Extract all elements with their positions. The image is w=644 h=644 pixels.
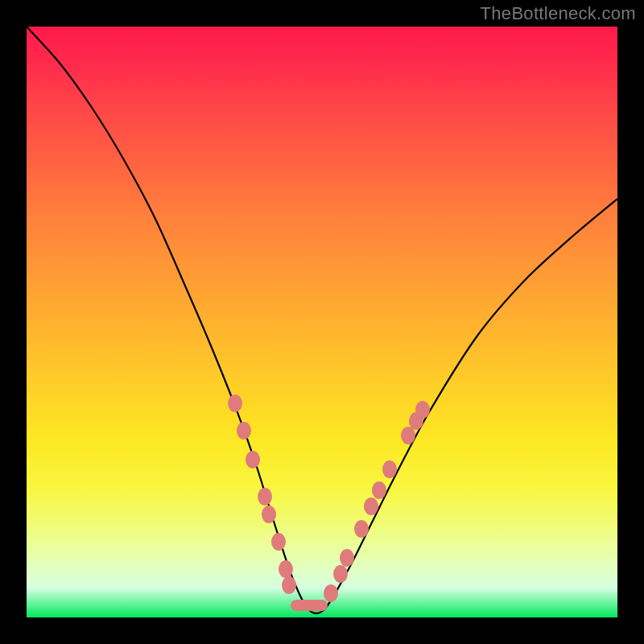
- watermark-text: TheBottleneck.com: [481, 3, 636, 24]
- valley-bar: [291, 600, 328, 611]
- chart-frame: TheBottleneck.com: [0, 0, 644, 644]
- data-marker: [282, 576, 296, 594]
- data-marker: [333, 565, 348, 583]
- plot-area: [27, 27, 617, 617]
- data-marker: [364, 497, 378, 515]
- chart-svg: [27, 27, 617, 617]
- data-marker: [262, 506, 276, 523]
- data-marker: [271, 533, 286, 551]
- data-marker: [237, 422, 251, 440]
- data-marker: [324, 584, 338, 602]
- data-marker: [409, 412, 423, 430]
- data-marker: [279, 560, 293, 578]
- data-marker: [415, 401, 430, 419]
- data-marker: [354, 520, 369, 538]
- data-marker: [228, 394, 242, 412]
- data-marker: [246, 451, 260, 469]
- data-marker: [372, 481, 386, 499]
- data-marker: [258, 488, 272, 506]
- data-markers: [228, 394, 430, 602]
- bottleneck-curve: [27, 27, 617, 613]
- data-marker: [382, 460, 397, 478]
- data-marker: [340, 549, 354, 567]
- data-marker: [401, 427, 415, 444]
